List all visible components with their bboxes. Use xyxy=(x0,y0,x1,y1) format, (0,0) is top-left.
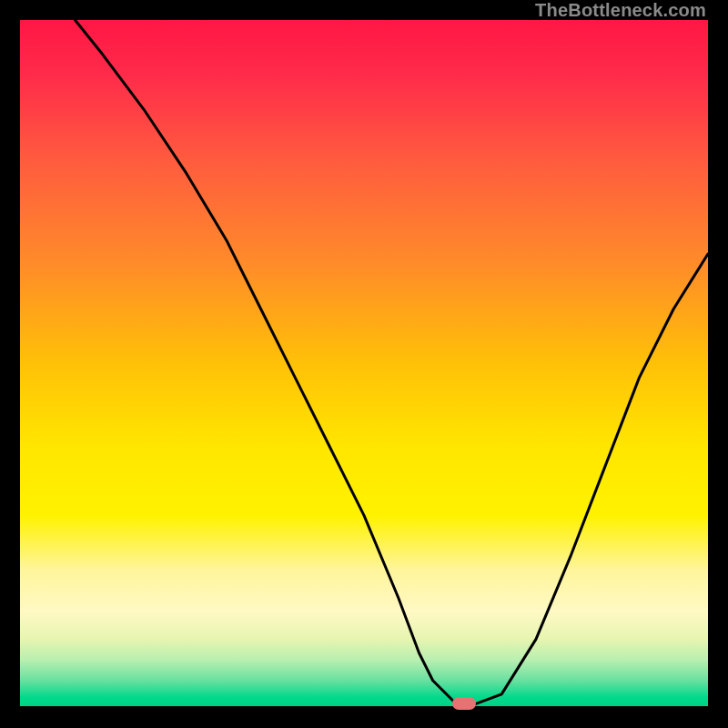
gradient-background xyxy=(20,20,708,708)
watermark-text: TheBottleneck.com xyxy=(535,0,706,21)
chart-container: TheBottleneck.com xyxy=(0,0,728,728)
plot-area xyxy=(20,20,708,708)
gradient-rect xyxy=(20,20,708,708)
optimal-marker xyxy=(452,697,476,710)
